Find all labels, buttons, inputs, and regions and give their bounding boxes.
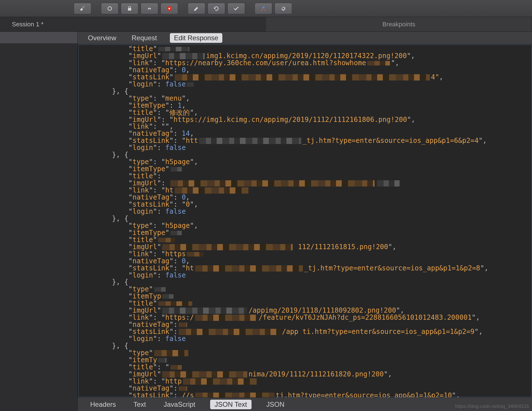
- tools-icon[interactable]: [255, 3, 272, 14]
- subtab-overview[interactable]: Overview: [86, 33, 119, 43]
- bottomtab-javascript[interactable]: JavaScript: [161, 399, 198, 410]
- svg-point-0: [108, 7, 112, 10]
- gear-icon[interactable]: [275, 3, 292, 14]
- redo-icon[interactable]: [208, 3, 225, 14]
- bottomtab-json-text[interactable]: JSON Text: [210, 400, 252, 409]
- record-icon[interactable]: [101, 3, 119, 14]
- document-tabs: Session 1 * Breakpoints: [0, 17, 532, 32]
- top-toolbar: [0, 0, 532, 17]
- bottomtab-text[interactable]: Text: [131, 399, 149, 410]
- bottomtab-json[interactable]: JSON: [263, 399, 287, 410]
- tab-session[interactable]: Session 1 *: [0, 17, 266, 31]
- subtab-edit-response[interactable]: Edit Response: [170, 33, 222, 43]
- edit-icon[interactable]: [188, 3, 205, 14]
- throttle-icon[interactable]: [141, 3, 158, 14]
- json-editor[interactable]: "title" "imgUrl"img1.kcimg.cn/appimg/201…: [78, 44, 532, 397]
- tab-breakpoints[interactable]: Breakpoints: [266, 17, 532, 31]
- subtab-request[interactable]: Request: [129, 33, 159, 43]
- lock-icon[interactable]: [121, 3, 138, 14]
- watermark-text: https://blog.csdn.net/qq_34004131: [455, 404, 529, 409]
- sidebar-selected-row[interactable]: [0, 32, 77, 44]
- svg-point-3: [168, 8, 170, 9]
- stop-icon[interactable]: [161, 3, 178, 14]
- left-sidebar: [0, 32, 78, 411]
- check-icon[interactable]: [227, 3, 245, 14]
- svg-point-1: [149, 9, 150, 10]
- json-text[interactable]: "title" "imgUrl"img1.kcimg.cn/appimg/201…: [78, 44, 532, 397]
- bottomtab-headers[interactable]: Headers: [87, 399, 119, 410]
- broom-icon[interactable]: [74, 3, 91, 14]
- inspector-tabs: Overview Request Edit Response: [78, 32, 532, 44]
